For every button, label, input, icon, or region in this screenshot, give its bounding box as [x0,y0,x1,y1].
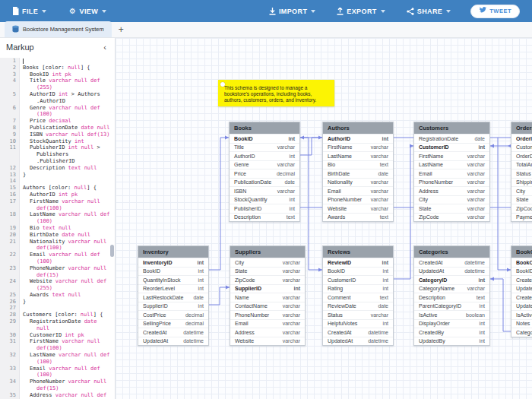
code-line[interactable]: 20BirthDate date null [0,232,115,239]
code-line[interactable]: (255) [0,84,115,91]
code-line[interactable]: 19Bio text null [0,225,115,232]
table-field-row[interactable]: AuthorIDint [323,134,393,143]
table-field-row[interactable]: PublicationDatedate [230,178,299,187]
schema-note[interactable]: This schema is designed to manage a book… [218,80,334,106]
code-line[interactable]: (100) [0,218,115,225]
table-field-row[interactable]: QuantityInStockint [138,275,208,284]
code-line[interactable]: 26} [0,299,115,306]
table-field-row[interactable]: CreatedAtdatetime [138,328,208,337]
table-field-row[interactable]: ContactNamevarchar [230,302,305,311]
table-field-row[interactable]: SellingPricedecimal [138,319,208,328]
table-field-row[interactable]: OrderIDint [511,134,532,143]
table-field-row[interactable]: BirthDatedate [323,169,393,178]
table-field-row[interactable]: CreatedByint [511,293,532,302]
table-field-row[interactable]: Cityvarchar [511,186,532,195]
code-line[interactable]: 13} [0,172,115,179]
code-line[interactable]: (100) [0,359,115,366]
code-line[interactable]: def(15) [0,385,115,392]
code-line[interactable]: 18LastName varchar null def [0,211,115,218]
table-header[interactable]: Reviews [323,246,393,258]
code-line[interactable]: 31FirstName varchar null [0,338,115,345]
table-field-row[interactable]: IsActiveboolean [511,310,532,319]
table-field-row[interactable]: IsActiveboolean [414,310,489,319]
code-line[interactable]: 27 [0,305,115,312]
table-field-row[interactable]: CreatedAtdatetime [511,275,532,284]
table-field-row[interactable]: Descriptiontext [414,293,489,302]
table-field-row[interactable]: DisplayOrderint [414,319,489,328]
table-field-row[interactable]: CategoryNamevarchar [414,284,489,293]
table-field-row[interactable]: HelpfulVotesint [323,319,393,328]
table-header[interactable]: Suppliers [230,246,305,258]
code-line[interactable]: 6Genre varchar null def [0,105,115,112]
share-menu[interactable]: SHARE [407,8,451,15]
table-field-row[interactable]: UpdatedAtdatetime [511,284,532,293]
code-line[interactable]: .PublisherID [0,158,115,165]
code-line[interactable]: 10StockQuantity int [0,138,115,145]
diagram-canvas[interactable]: This schema is designed to manage a book… [116,38,532,399]
table-field-row[interactable]: Websitevarchar [230,337,305,346]
table-field-row[interactable]: SupplierIDint [230,284,305,293]
table-header[interactable]: Customers [414,122,489,134]
table-field-row[interactable]: PhoneNumbervarchar [414,178,489,187]
code-line[interactable]: (100) [0,372,115,378]
entity-table-orders[interactable]: OrdersOrderIDintCustomerIDintOrderDateda… [511,122,532,222]
table-field-row[interactable]: ISBNvarchar [230,186,299,195]
table-field-row[interactable]: LastNamevarchar [323,151,393,160]
code-line[interactable]: .AuthorID [0,98,115,105]
table-field-row[interactable]: ReviewIDint [323,258,393,267]
code-line[interactable]: 30CustomerID int pk [0,332,115,339]
code-line[interactable]: 22Email varchar null def [0,252,115,258]
table-field-row[interactable]: Cityvarchar [230,258,305,267]
view-menu[interactable]: ⚙ VIEW [69,8,106,15]
table-field-row[interactable]: BookCategoryIDint [511,258,532,267]
table-field-row[interactable]: Statevarchar [414,204,489,213]
code-line[interactable]: def(100) [0,345,115,352]
table-field-row[interactable]: ZipCodevarchar [414,213,489,222]
table-field-row[interactable]: CostPricedecimal [138,310,208,319]
table-field-row[interactable]: ParentCategoryIDint [414,302,489,311]
table-field-row[interactable]: ShippingAddressvarchar [511,178,532,187]
table-field-row[interactable]: UpdatedAtdatetime [323,337,393,346]
entity-table-books[interactable]: BooksBookIDintTitlevarcharAuthorIDintGen… [229,122,300,222]
code-line[interactable]: 21Nationality varchar null [0,239,115,245]
table-field-row[interactable]: OrderDatedate [511,151,532,160]
note-handle[interactable] [220,82,225,87]
table-field-row[interactable]: Statevarchar [511,195,532,204]
entity-table-reviews[interactable]: ReviewsReviewIDintBookIDintCustomerIDint… [322,245,394,346]
table-field-row[interactable]: PhoneNumbervarchar [323,195,393,204]
table-field-row[interactable]: PublisherIDint [230,204,299,213]
table-field-row[interactable]: ZipCodevarchar [511,204,532,213]
code-line[interactable]: 34PhoneNumber varchar null [0,378,115,385]
table-field-row[interactable]: Namevarchar [230,293,305,302]
code-line[interactable]: def(100) [0,205,115,212]
entity-table-suppliers[interactable]: SuppliersCityvarcharStatevarcharZipCodev… [230,245,306,346]
code-line[interactable]: 16AuthorID int pk [0,192,115,198]
code-line[interactable]: Publishers [0,151,115,158]
table-field-row[interactable]: Biotext [323,160,393,169]
code-line[interactable]: 24Website varchar null def [0,278,115,285]
table-field-row[interactable]: CustomerIDint [414,143,489,152]
table-field-row[interactable]: BookIDint [230,134,299,143]
code-line[interactable]: 7Price decimal [0,118,115,125]
table-header[interactable]: Books [230,122,299,134]
code-line[interactable]: 28Customers [color: null] { [0,312,115,318]
table-field-row[interactable]: BookIDint [323,267,393,276]
code-line[interactable]: (100) [0,258,115,265]
table-field-row[interactable]: Genrevarchar [230,160,299,169]
table-field-row[interactable]: PaymentMethodvarchar [511,213,532,222]
table-field-row[interactable]: Cityvarchar [414,195,489,204]
markup-code-editor[interactable]: 12Books [color: null] {3BookID int pk4Ti… [0,58,115,399]
table-field-row[interactable]: Notestext [511,319,532,328]
code-line[interactable]: (100) [0,111,115,118]
code-line[interactable]: 15Authors [color: null] { [0,185,115,192]
table-field-row[interactable]: FirstNamevarchar [323,143,393,152]
tab-bookstore-management-system[interactable]: Bookstore Management System [5,21,112,37]
table-field-row[interactable]: ZipCodevarchar [230,275,305,284]
table-header[interactable]: Inventory [138,246,208,258]
table-field-row[interactable]: Addressvarchar [414,186,489,195]
table-field-row[interactable]: Descriptiontext [230,213,299,222]
table-field-row[interactable]: BookIDint [511,267,532,276]
collapse-panel-button[interactable]: ‹ [101,43,109,52]
code-line[interactable]: 4Title varchar null def [0,78,115,84]
code-line[interactable]: 17FirstName varchar null [0,198,115,205]
